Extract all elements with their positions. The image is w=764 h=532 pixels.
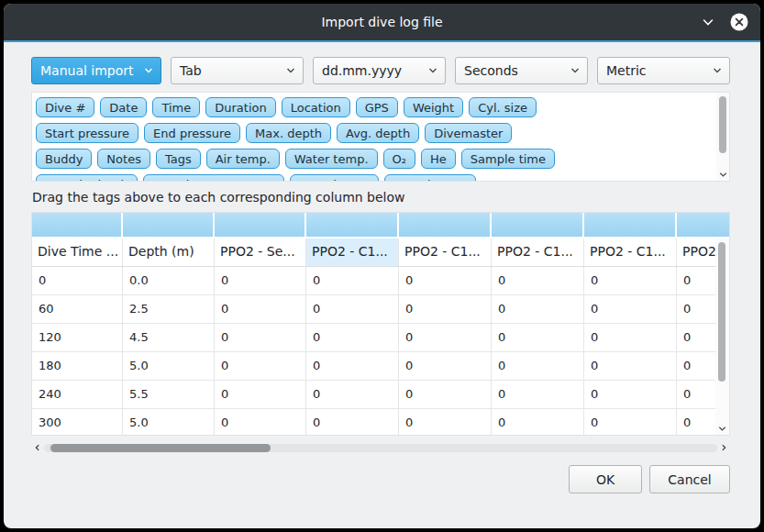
column-header: Depth (m) bbox=[123, 238, 215, 266]
column-drop-target[interactable] bbox=[215, 213, 306, 237]
field-separator-select[interactable]: Tab bbox=[171, 57, 304, 84]
tags-scrollbar-thumb[interactable] bbox=[719, 96, 726, 153]
table-cell: 0 bbox=[584, 352, 677, 380]
drag-tag[interactable]: Tags bbox=[156, 149, 201, 169]
drag-tag[interactable]: Cyl. size bbox=[469, 97, 537, 117]
window-frame: Import dive log file Manual importTabdd.… bbox=[0, 0, 764, 532]
drag-tag[interactable]: Air temp. bbox=[206, 149, 280, 169]
column-drop-target[interactable] bbox=[584, 213, 677, 237]
drag-tag[interactable]: Duration bbox=[205, 97, 275, 117]
drag-tag[interactable]: Water temp. bbox=[285, 149, 378, 169]
scroll-down-icon[interactable] bbox=[715, 424, 729, 434]
dialog-buttons: OK Cancel bbox=[31, 465, 730, 493]
units-system-select[interactable]: Metric bbox=[597, 57, 730, 84]
drag-tag[interactable]: Date bbox=[100, 97, 147, 117]
table-scrollbar[interactable] bbox=[715, 238, 729, 435]
drag-tag[interactable]: Buddy bbox=[36, 149, 92, 169]
tags-list: Dive #DateTimeDurationLocationGPSWeightC… bbox=[32, 97, 729, 182]
combo-value: Metric bbox=[606, 63, 647, 78]
table-cell: 0 bbox=[584, 295, 677, 323]
column-header: Dive Time ... bbox=[32, 238, 123, 266]
close-icon[interactable] bbox=[729, 12, 749, 32]
column-header: PPO2 - C1... bbox=[306, 238, 399, 266]
drag-tag[interactable]: End pressure bbox=[144, 123, 240, 143]
table-cell: 0 bbox=[492, 324, 584, 351]
drag-tag[interactable]: Location bbox=[282, 97, 350, 117]
column-drop-target[interactable] bbox=[492, 213, 584, 237]
import-mode-select[interactable]: Manual import bbox=[31, 57, 161, 84]
drag-tag[interactable]: Sample CNS bbox=[384, 174, 476, 182]
drag-tag[interactable]: Sample pO₂ bbox=[290, 174, 379, 182]
table-row: 00.0000000 bbox=[32, 267, 729, 295]
table-cell: 0 bbox=[492, 409, 584, 436]
drag-tag[interactable]: Start pressure bbox=[36, 123, 138, 143]
drag-tag[interactable]: Max. depth bbox=[246, 123, 331, 143]
date-format-select[interactable]: dd.mm.yyyy bbox=[313, 57, 446, 84]
table-cell: 0 bbox=[677, 381, 716, 408]
titlebar[interactable]: Import dive log file bbox=[4, 4, 760, 42]
chevron-down-icon bbox=[427, 65, 438, 76]
drag-tag[interactable]: Dive # bbox=[36, 97, 94, 117]
column-drop-target[interactable] bbox=[32, 213, 123, 237]
drag-tag[interactable]: Sample depth bbox=[36, 174, 138, 182]
chevron-down-icon bbox=[285, 65, 296, 76]
column-drop-target[interactable] bbox=[123, 213, 215, 237]
shade-window-icon[interactable] bbox=[698, 12, 718, 32]
table-cell: 0 bbox=[215, 267, 306, 294]
table-cell: 2.5 bbox=[123, 295, 215, 323]
drag-tag[interactable]: Weight bbox=[404, 97, 463, 117]
horizontal-scrollbar-track[interactable] bbox=[44, 444, 717, 452]
table-cell: 0.0 bbox=[123, 267, 215, 294]
table-cell: 0 bbox=[215, 324, 306, 351]
table-cell: 0 bbox=[492, 381, 584, 408]
table-cell: 0 bbox=[492, 295, 584, 323]
window-title: Import dive log file bbox=[4, 15, 760, 29]
column-drop-target[interactable] bbox=[677, 213, 729, 237]
table-cell: 300 bbox=[32, 409, 123, 436]
drag-tag[interactable]: Avg. depth bbox=[337, 123, 419, 143]
table-cell: 0 bbox=[677, 267, 716, 294]
combo-value: Tab bbox=[180, 63, 202, 78]
tag-row: Start pressureEnd pressureMax. depthAvg.… bbox=[32, 123, 729, 143]
table-cell: 0 bbox=[399, 267, 492, 294]
table-cell: 0 bbox=[306, 352, 399, 380]
ok-button[interactable]: OK bbox=[569, 465, 642, 493]
scroll-down-icon[interactable] bbox=[716, 170, 729, 180]
horizontal-scrollbar[interactable] bbox=[31, 441, 730, 454]
drag-tag[interactable]: He bbox=[421, 149, 456, 169]
drag-tag[interactable]: Sample time bbox=[461, 149, 555, 169]
scroll-right-icon[interactable] bbox=[717, 441, 730, 454]
tag-row: Dive #DateTimeDurationLocationGPSWeightC… bbox=[32, 97, 729, 117]
column-drop-target[interactable] bbox=[399, 213, 492, 237]
scroll-left-icon[interactable] bbox=[31, 441, 44, 454]
table-cell: 0 bbox=[584, 409, 677, 436]
chevron-down-icon bbox=[570, 65, 581, 76]
table-cell: 0 bbox=[306, 409, 399, 436]
drag-tag[interactable]: Sample temperature bbox=[143, 174, 285, 182]
combo-value: dd.mm.yyyy bbox=[322, 63, 402, 78]
table-scrollbar-thumb[interactable] bbox=[718, 242, 725, 382]
time-format-select[interactable]: Seconds bbox=[455, 57, 588, 84]
drag-tag[interactable]: Notes bbox=[97, 149, 150, 169]
horizontal-scrollbar-thumb[interactable] bbox=[50, 444, 271, 452]
titlebar-buttons bbox=[698, 4, 749, 40]
column-header: PPO2 - C1... bbox=[584, 238, 677, 266]
drag-tag[interactable]: Time bbox=[152, 97, 200, 117]
table-cell: 0 bbox=[492, 352, 584, 380]
column-drop-target[interactable] bbox=[306, 213, 399, 237]
table-cell: 0 bbox=[399, 381, 492, 408]
table-cell: 0 bbox=[32, 267, 123, 294]
table-cell: 0 bbox=[584, 324, 677, 351]
import-preview-table: Dive Time ...Depth (m)PPO2 - Se...PPO2 -… bbox=[31, 212, 730, 436]
table-cell: 0 bbox=[215, 409, 306, 436]
table-cell: 0 bbox=[215, 295, 306, 323]
drag-tag[interactable]: O₂ bbox=[383, 149, 415, 169]
drag-tag[interactable]: Divemaster bbox=[425, 123, 512, 143]
tags-scrollbar[interactable] bbox=[716, 93, 729, 181]
table-cell: 0 bbox=[584, 381, 677, 408]
table-cell: 0 bbox=[584, 267, 677, 294]
table-cell: 180 bbox=[32, 352, 123, 380]
table-row: 602.5000000 bbox=[32, 295, 729, 324]
cancel-button[interactable]: Cancel bbox=[649, 465, 730, 493]
drag-tag[interactable]: GPS bbox=[356, 97, 398, 117]
